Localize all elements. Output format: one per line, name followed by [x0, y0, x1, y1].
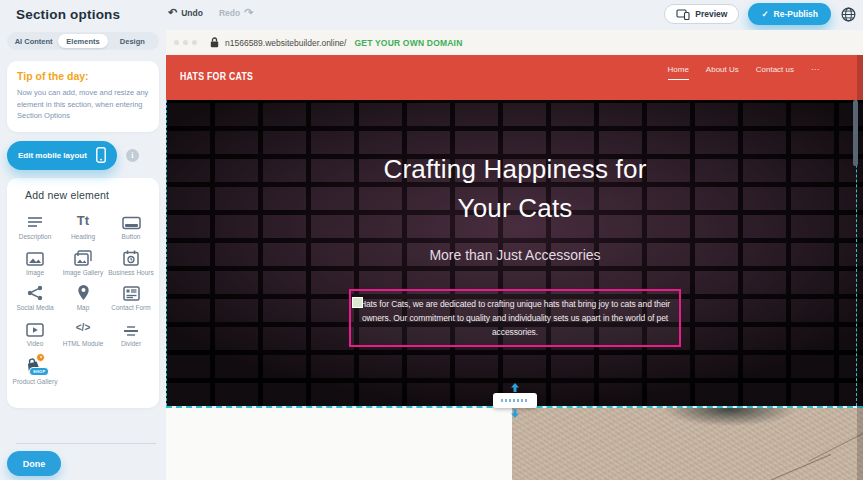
product-gallery-icon: SHOP	[24, 355, 46, 375]
hero-heading[interactable]: Crafting Happiness for Your Cats	[167, 100, 863, 228]
element-item-html-module[interactable]: </> HTML Module	[59, 316, 107, 351]
image-gallery-icon	[74, 248, 92, 266]
tip-heading: Tip of the day:	[17, 70, 149, 82]
lock-icon	[210, 37, 219, 48]
selected-text-element[interactable]: Hats for Cats, we are dedicated to craft…	[349, 289, 681, 347]
edit-mobile-layout-button[interactable]: Edit mobile layout	[7, 141, 117, 170]
preview-scrollbar-thumb[interactable]	[853, 100, 858, 166]
done-button[interactable]: Done	[7, 451, 61, 476]
preview-label: Preview	[695, 9, 727, 19]
element-item-button[interactable]: Button	[107, 209, 155, 244]
element-item-divider[interactable]: Divider	[107, 316, 155, 351]
element-item-contact-form[interactable]: Contact Form	[107, 280, 155, 315]
nav-about-us[interactable]: About Us	[706, 65, 739, 79]
nav-home[interactable]: Home	[668, 65, 689, 80]
element-item-social-media[interactable]: Social Media	[11, 280, 59, 315]
html-module-icon: </>	[76, 319, 90, 337]
element-item-image-gallery[interactable]: Image Gallery	[59, 245, 107, 280]
editor-topbar: Section options ↶ Undo Redo ↷ Preview ✓ …	[0, 0, 863, 30]
element-item-map[interactable]: Map	[59, 280, 107, 315]
tab-design[interactable]: Design	[108, 34, 157, 48]
map-icon	[77, 283, 90, 301]
browser-bar: n1566589.websitebuilder.online/ GET YOUR…	[166, 30, 863, 55]
nav-contact-us[interactable]: Contact us	[756, 65, 794, 79]
element-item-business-hours[interactable]: Business Hours	[107, 245, 155, 280]
undo-icon: ↶	[168, 7, 177, 18]
topbar-actions: Preview ✓ Re-Publish	[664, 3, 857, 25]
divider-icon	[123, 319, 139, 337]
hero-paragraph: Hats for Cats, we are dedicated to craft…	[360, 299, 670, 337]
element-item-product-gallery[interactable]: SHOP Product Gallery	[11, 352, 59, 389]
undo-button[interactable]: ↶ Undo	[168, 7, 203, 18]
business-hours-icon	[123, 248, 139, 266]
site-url: n1566589.websitebuilder.online/	[225, 38, 346, 48]
republish-button[interactable]: ✓ Re-Publish	[748, 3, 831, 25]
section-options-sidebar: AI Content Elements Design Tip of the da…	[0, 30, 166, 480]
sand-crack-line	[808, 429, 863, 462]
add-new-element-panel: Add new element Description Tt Heading B…	[7, 178, 159, 408]
shop-badge: SHOP	[29, 367, 49, 376]
button-icon	[122, 212, 141, 230]
mobile-layout-row: Edit mobile layout i	[7, 141, 159, 170]
sidebar-tabs: AI Content Elements Design	[7, 32, 159, 50]
social-media-icon	[27, 283, 43, 301]
browser-dots-icon	[174, 40, 197, 45]
site-nav: Home About Us Contact us ⋯	[668, 65, 820, 80]
get-domain-link[interactable]: GET YOUR OWN DOMAIN	[354, 38, 462, 48]
element-item-image[interactable]: Image	[11, 245, 59, 280]
nav-more-icon[interactable]: ⋯	[811, 65, 819, 79]
element-item-description[interactable]: Description	[11, 209, 59, 244]
element-drag-handle[interactable]	[352, 297, 363, 308]
sidebar-divider	[16, 443, 156, 444]
tab-elements[interactable]: Elements	[58, 34, 107, 48]
tip-of-the-day-card: Tip of the day: Now you can add, move an…	[7, 61, 159, 132]
redo-label: Redo	[219, 8, 240, 18]
hero-subheading[interactable]: More than Just Accessories	[167, 247, 863, 263]
redo-button[interactable]: Redo ↷	[219, 7, 253, 18]
phone-icon	[96, 147, 106, 163]
add-element-heading: Add new element	[25, 189, 155, 201]
heading-icon: Tt	[77, 212, 89, 230]
globe-language-icon[interactable]	[840, 6, 857, 23]
description-icon	[26, 212, 44, 230]
undo-label: Undo	[181, 8, 203, 18]
next-section-image	[512, 408, 863, 480]
page-title: Section options	[16, 7, 120, 22]
redo-icon: ↷	[244, 7, 253, 18]
hero-section[interactable]: Crafting Happiness for Your Cats More th…	[166, 100, 863, 406]
site-logo[interactable]: HATS FOR CATS	[180, 69, 253, 82]
arrow-down-icon	[510, 409, 519, 418]
video-icon	[26, 319, 44, 337]
site-header: HATS FOR CATS Home About Us Contact us ⋯	[166, 55, 863, 100]
next-section-background	[166, 408, 512, 480]
element-item-heading[interactable]: Tt Heading	[59, 209, 107, 244]
section-length-indicator	[501, 399, 529, 402]
tab-ai-content[interactable]: AI Content	[9, 34, 58, 48]
info-icon[interactable]: i	[126, 149, 139, 162]
arrow-up-icon	[510, 383, 519, 392]
undo-redo-group: ↶ Undo Redo ↷	[168, 7, 253, 18]
preview-button[interactable]: Preview	[664, 4, 739, 24]
site-preview-pane: n1566589.websitebuilder.online/ GET YOUR…	[166, 30, 863, 480]
contact-form-icon	[123, 283, 140, 301]
edit-mobile-label: Edit mobile layout	[18, 151, 87, 160]
section-resize-handle[interactable]	[493, 393, 537, 408]
website-canvas: HATS FOR CATS Home About Us Contact us ⋯…	[166, 55, 863, 480]
check-icon: ✓	[761, 9, 768, 19]
image-icon	[26, 248, 44, 266]
new-badge-icon	[36, 353, 45, 362]
element-item-video[interactable]: Video	[11, 316, 59, 351]
element-grid: Description Tt Heading Button Image	[11, 209, 155, 389]
tip-body: Now you can add, move and resize any ele…	[17, 87, 149, 122]
device-preview-icon	[676, 9, 690, 20]
republish-label: Re-Publish	[774, 9, 818, 19]
